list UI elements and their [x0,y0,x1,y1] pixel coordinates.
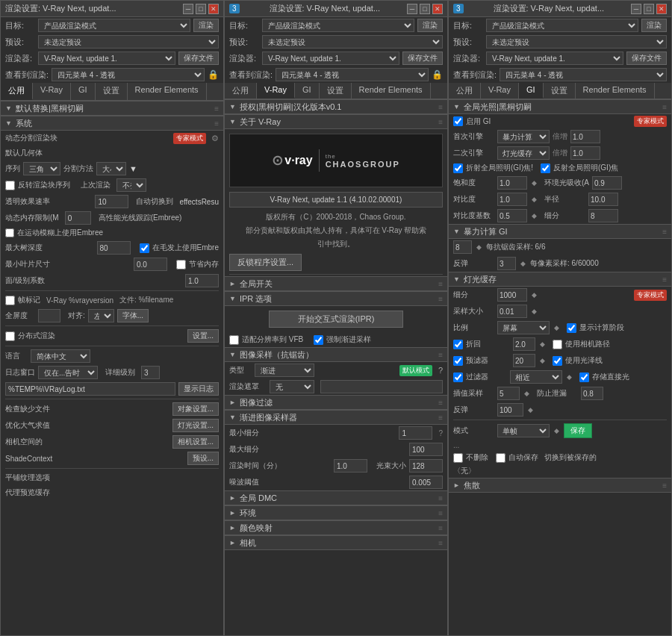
contrast-base-input[interactable] [497,209,527,222]
section-light-cache[interactable]: ▼ 灯光缓存 ≡ [449,272,671,287]
mid-minimize-btn[interactable]: ─ [407,4,417,14]
unlock-btn[interactable]: 反锁程序设置... [229,254,302,271]
start-ipr-btn[interactable]: 开始交互式渲染(IPR) [269,311,403,328]
right-close-btn[interactable]: ✕ [656,4,667,14]
right-target-select[interactable]: 产品级渲染模式 [486,19,638,32]
log-window-select[interactable]: 仅在...告时 [38,366,98,379]
transparency-input[interactable] [95,195,128,208]
tab-vray-left[interactable]: V-Ray [33,83,71,100]
preset-btn[interactable]: 预设... [187,452,219,465]
scale-factor-input[interactable] [185,274,219,287]
save-file-btn[interactable]: 保存文件 [178,52,219,65]
subdivs-input[interactable] [588,209,618,222]
right-renderer-select[interactable]: V-Ray Next, update 1. [486,52,623,65]
min-shading-input[interactable] [399,426,432,440]
force-progressive-checkbox[interactable] [314,335,323,345]
target-select[interactable]: 产品级渲染模式 [38,19,190,32]
section-default-replace[interactable]: ▼ 默认替换|黑桐切嗣 ≡ [1,101,223,116]
prefilter-input[interactable] [513,354,535,367]
ambient-occ-input[interactable] [592,176,622,190]
section-brute-force-gi[interactable]: ▼ 暴力计算 GI ≡ [449,224,671,239]
filter-select[interactable]: 相近 [510,370,562,384]
right-maximize-btn[interactable]: □ [644,4,654,14]
render-mask-input[interactable] [320,380,443,393]
fold-checkbox[interactable] [453,340,463,349]
right-tab-vray[interactable]: V-Ray [481,83,519,99]
bounce-input[interactable] [497,257,516,270]
right-tab-render-elements[interactable]: Render Elements [576,83,655,99]
right-minimize-btn[interactable]: ─ [631,4,641,14]
section-image-sample[interactable]: ▼ 图像采样（抗锯齿） ≡ [225,347,447,362]
bundle-size-input[interactable] [409,459,443,473]
auto-save-checkbox[interactable] [496,453,505,463]
max-shading-input[interactable] [409,443,443,456]
mid-render-btn[interactable]: 渲染 [417,19,443,32]
use-light-lines-checkbox[interactable] [553,356,562,366]
mid-renderer-select[interactable]: V-Ray Next, update 1. [262,52,399,65]
left-maximize-btn[interactable]: □ [196,4,206,14]
store-direct-light-checkbox[interactable] [579,372,589,382]
font-btn[interactable]: 字体... [117,309,149,322]
section-ipr[interactable]: ▼ IPR 选项 ≡ [225,291,447,306]
section-system[interactable]: ▼ 系统 ≡ [1,116,223,131]
secondary-engine-select[interactable]: 灯光缓存 [497,146,550,160]
left-minimize-btn[interactable]: ─ [183,4,193,14]
log-file-input[interactable] [5,382,175,396]
render-mask-select[interactable]: 无 [270,380,314,393]
reflect-gi-checkbox[interactable] [541,163,550,173]
section-image-filter[interactable]: ► 图像过滤 ≡ [225,395,447,410]
tab-render-elements-left[interactable]: Render Elements [128,83,207,100]
secondary-mult-input[interactable] [570,146,600,160]
min-size-input[interactable] [134,258,167,271]
type-select[interactable]: 渐进 [255,364,314,377]
lc-subdivs-input[interactable] [497,288,527,302]
render-time-input[interactable] [334,459,367,473]
section-about-vray[interactable]: ▼ 关于 V-Ray ≡ [225,114,447,129]
section-global-dmc[interactable]: ► 全局 DMC ≡ [225,490,447,505]
full-width-input[interactable] [38,309,60,322]
enable-gi-checkbox[interactable] [453,116,463,126]
mid-tab-common[interactable]: 公用 [225,83,257,99]
left-close-btn[interactable]: ✕ [208,4,219,14]
mid-tab-render-elements[interactable]: Render Elements [352,83,431,99]
light-settings-btn[interactable]: 灯光设置... [172,419,219,432]
prefilter-checkbox[interactable] [453,356,463,366]
show-log-btn[interactable]: 显示日志 [178,382,219,396]
interp-samples-input[interactable] [497,387,520,400]
right-save-file-btn[interactable]: 保存文件 [626,52,667,65]
section-environment[interactable]: ► 环境 ≡ [225,505,447,520]
filter-checkbox[interactable] [453,372,463,382]
prevent-leak-input[interactable] [581,387,603,400]
object-settings-btn[interactable]: 对象设置... [172,402,219,416]
section-gi-main[interactable]: ▼ 全局光照|黑桐切嗣 ≡ [449,99,671,114]
tab-common-left[interactable]: 公用 [1,83,33,100]
in-move-checkbox[interactable] [5,228,14,237]
mid-target-select[interactable]: 产品级渲染模式 [262,19,414,32]
use-camera-path-checkbox[interactable] [553,340,562,349]
mid-tab-vray[interactable]: V-Ray [257,83,295,99]
fold-input[interactable] [513,337,535,351]
mid-view-select[interactable]: 四元菜单 4 - 透视 [276,68,429,81]
right-view-select[interactable]: 四元菜单 4 - 透视 [500,68,667,81]
section-global-switch[interactable]: ► 全局开关 ≡ [225,276,447,291]
reverse-checkbox[interactable] [5,181,15,190]
section-progressive-sampler[interactable]: ▼ 渐进图像采样器 ≡ [225,410,447,425]
language-select[interactable]: 简体中文 [31,349,90,363]
adapt-rate-checkbox[interactable] [229,335,239,345]
mid-save-file-btn[interactable]: 保存文件 [402,52,443,65]
section-authorization[interactable]: ▼ 授权|黑桐切嗣|汉化版本v0.1 ≡ [225,99,447,114]
contrast-input[interactable] [497,193,527,206]
mid-preset-select[interactable]: 未选定预设 [262,35,443,49]
mode-select[interactable]: 单帧 [497,424,550,437]
camera-settings-btn[interactable]: 相机设置... [172,435,219,449]
mid-tab-gi[interactable]: GI [295,83,320,99]
triangle-select[interactable]: 三角 [23,162,60,175]
detail-level-input[interactable] [141,366,160,379]
mid-tab-settings[interactable]: 设置 [320,83,352,99]
right-tab-gi[interactable]: GI [519,83,544,99]
distributed-settings-btn[interactable]: 设置... [187,329,219,343]
bf-subdivs-input[interactable] [453,240,472,254]
right-preset-select[interactable]: 未选定预设 [486,35,667,49]
saturation-input[interactable] [497,176,527,190]
section-color-mapping[interactable]: ► 颜色映射 ≡ [225,520,447,535]
